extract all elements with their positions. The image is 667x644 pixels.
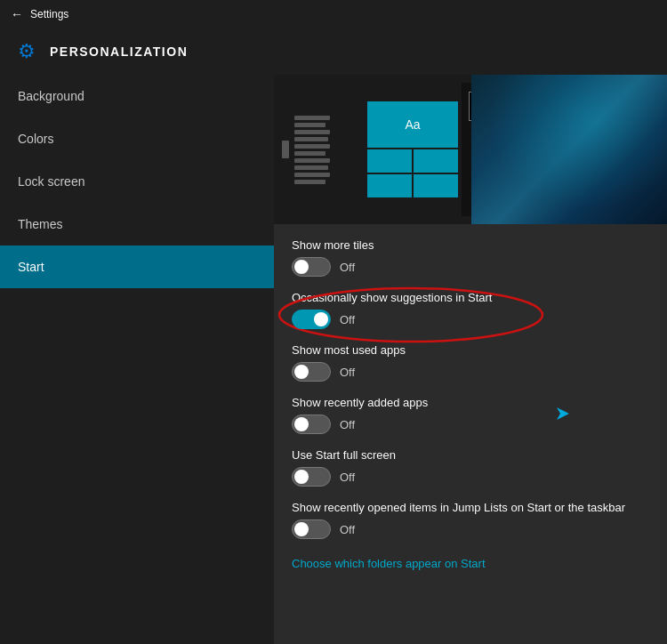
svg-marker-1 <box>557 407 569 420</box>
toggle-knob <box>294 260 309 274</box>
toggle-status-show-suggestions: Off <box>340 313 355 326</box>
sidebar-item-lock-screen[interactable]: Lock screen <box>0 160 274 203</box>
toggle-row-recently-added: Off <box>292 415 649 434</box>
big-tile: Aa <box>367 101 458 148</box>
toggle-row-recently-opened: Off <box>292 519 649 539</box>
setting-label-recently-added: Show recently added apps <box>292 396 649 409</box>
setting-recently-added: Show recently added apps Off <box>292 396 649 434</box>
toggle-status-recently-added: Off <box>340 418 355 431</box>
page-title: PERSONALIZATION <box>50 44 188 59</box>
sidebar-item-colors[interactable]: Colors <box>0 117 274 160</box>
title-bar: ← Settings <box>0 0 667 28</box>
preview-area: Aa Sample Text <box>274 75 667 224</box>
app-header: ⚙ PERSONALIZATION <box>0 28 667 75</box>
setting-show-most-used: Show most used apps Off <box>292 343 649 382</box>
setting-show-suggestions: Occasionally show suggestions in Start O… <box>292 291 649 329</box>
choose-folders-link-text[interactable]: Choose which folders appear on Start <box>292 557 486 570</box>
sidebar-item-background[interactable]: Background <box>0 75 274 117</box>
toggle-most-used[interactable] <box>292 362 331 382</box>
toggle-knob-most-used <box>294 365 309 379</box>
toggle-knob-recently-added <box>294 417 309 431</box>
tile-row <box>282 116 357 184</box>
toggle-status-most-used: Off <box>340 366 355 379</box>
setting-recently-opened: Show recently opened items in Jump Lists… <box>292 501 649 539</box>
toggle-knob-full-screen <box>294 470 309 484</box>
toggle-full-screen[interactable] <box>292 467 331 487</box>
setting-label-full-screen: Use Start full screen <box>292 448 649 462</box>
setting-label-most-used: Show most used apps <box>292 343 649 357</box>
toggle-status-show-more-tiles: Off <box>340 261 355 274</box>
toggle-row-show-suggestions: Off <box>292 310 649 329</box>
toggle-recently-added[interactable] <box>292 415 331 434</box>
toggle-show-suggestions[interactable] <box>292 310 331 329</box>
toggle-row-full-screen: Off <box>292 467 649 487</box>
back-button[interactable]: ← <box>11 7 23 21</box>
settings-section: Show more tiles Off Occasionally show su… <box>274 224 667 585</box>
sidebar-item-themes[interactable]: Themes <box>0 203 274 246</box>
sidebar: Background Colors Lock screen Themes Sta… <box>0 75 274 644</box>
setting-start-full-screen: Use Start full screen Off <box>292 448 649 487</box>
toggle-status-full-screen: Off <box>340 471 355 484</box>
setting-label-show-suggestions: Occasionally show suggestions in Start <box>292 291 649 304</box>
settings-icon: ⚙ <box>14 39 39 64</box>
title-bar-text: Settings <box>30 8 68 20</box>
toggle-row-show-more-tiles: Off <box>292 257 649 277</box>
tile-sm1 <box>367 149 412 173</box>
setting-label-show-more-tiles: Show more tiles <box>292 238 649 252</box>
toggle-recently-opened[interactable] <box>292 519 331 539</box>
toggle-row-most-used: Off <box>292 362 649 382</box>
choose-folders-link[interactable]: Choose which folders appear on Start <box>292 553 649 571</box>
start-tiles-left <box>275 83 364 216</box>
setting-label-recently-opened: Show recently opened items in Jump Lists… <box>292 501 649 514</box>
tile-sm2 <box>414 149 458 173</box>
content-area: Aa Sample Text <box>274 75 667 644</box>
toggle-show-more-tiles[interactable] <box>292 257 331 277</box>
toggle-knob-recently-opened <box>294 522 309 536</box>
setting-show-more-tiles: Show more tiles Off <box>292 238 649 277</box>
toggle-status-recently-opened: Off <box>340 523 355 536</box>
cursor-icon <box>557 407 569 420</box>
toggle-knob-suggestions <box>314 312 328 326</box>
bg-preview <box>471 75 667 224</box>
main-layout: Background Colors Lock screen Themes Sta… <box>0 75 667 644</box>
bg-overlay <box>471 75 667 224</box>
sidebar-item-start[interactable]: Start <box>0 246 274 288</box>
tile-sm4 <box>414 174 458 197</box>
tile-sm3 <box>367 174 412 197</box>
